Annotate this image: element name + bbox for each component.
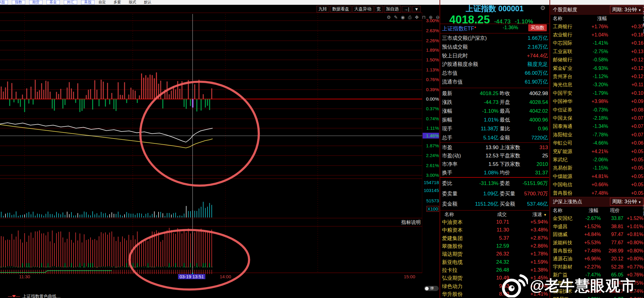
intraday-chart[interactable] bbox=[0, 0, 422, 298]
period-select[interactable]: 周期: 3分钟 ▼ bbox=[610, 6, 643, 14]
info-label: 较上日此时 bbox=[442, 52, 468, 60]
col-price[interactable]: 成交 bbox=[497, 211, 507, 218]
table-row[interactable]: 中国电信 +0.66% +0.05 bbox=[550, 180, 644, 189]
table-row[interactable]: 邮储银行 -0.58% +0.12 bbox=[550, 56, 644, 64]
deal-table-header: 名称 成交 涨速 ▼ bbox=[440, 211, 549, 219]
stock-name[interactable]: 中国太保 bbox=[553, 115, 572, 121]
stock-name[interactable]: 固德威 bbox=[553, 231, 567, 238]
stock-name[interactable]: 紫金矿业 bbox=[553, 65, 572, 71]
watermark-text: @老牛慧眼观市 bbox=[530, 276, 636, 296]
table-row[interactable]: 国泰海通 -1.34% +0.07 bbox=[550, 122, 644, 131]
table-row[interactable]: 普冉股份 +7.48% +0.05 bbox=[550, 189, 644, 197]
stock-name[interactable]: 中油资本 bbox=[442, 219, 463, 226]
stock-name[interactable]: 中国神华 bbox=[553, 98, 572, 105]
quote-row: 现手 11.38万 量比 0.96 bbox=[440, 124, 549, 133]
table-row[interactable]: 中油资本 10.71 +5.94% bbox=[440, 218, 549, 226]
table-row[interactable]: 中煤能源 +4.81% +0.05 bbox=[550, 172, 644, 180]
stock-name[interactable]: 华升股份 bbox=[442, 290, 463, 297]
info-label: 流通市值 bbox=[442, 78, 463, 87]
period-select[interactable]: 周期: 3分钟 ▼ bbox=[610, 198, 643, 206]
stock-name[interactable]: 兆易创新 bbox=[553, 165, 572, 171]
table-row[interactable]: 兆易创新 -1.15% +0.05 bbox=[550, 164, 644, 172]
stock-name[interactable]: 中国平安 bbox=[553, 90, 572, 96]
table-row[interactable]: 贵州茅台 -1.12% +0.12 bbox=[550, 72, 644, 80]
axis-label: 2.26% bbox=[423, 38, 439, 43]
stock-name[interactable]: 普冉股份 bbox=[553, 190, 572, 196]
stock-name[interactable]: 中信证券 bbox=[553, 107, 572, 113]
table-row[interactable]: 中粮资本 11.30 +3.48% bbox=[440, 226, 549, 234]
stock-name[interactable]: 工商银行 bbox=[553, 23, 572, 30]
stock-name[interactable]: 贵州茅台 bbox=[553, 74, 572, 80]
col-speed[interactable]: 涨速 ▼ bbox=[533, 211, 547, 218]
info-label: 预估成交额 bbox=[442, 43, 468, 52]
table-row[interactable]: 拉卡拉 26.48 +1.38% bbox=[440, 266, 549, 274]
table-row[interactable]: 紫金矿业 -6.93% +0.12 bbox=[550, 64, 644, 72]
stock-name[interactable]: 工业富联 bbox=[553, 48, 572, 55]
col-name[interactable]: 名称 bbox=[444, 211, 454, 218]
stock-name[interactable]: 国泰海通 bbox=[553, 123, 572, 130]
table-row[interactable]: 爱建集团 5.37 +2.87% bbox=[440, 234, 549, 242]
stock-name[interactable]: 金安国纪 bbox=[553, 215, 572, 222]
stock-name[interactable]: 华虹公司 bbox=[553, 140, 572, 146]
footnote-text: 上证指数黄色曲线… bbox=[22, 294, 61, 298]
stock-name[interactable]: 兖矿能源 bbox=[553, 148, 572, 155]
table-row[interactable]: 洛阳钼业 -7.78% +0.07 bbox=[550, 131, 644, 139]
sort-desc-icon: ▼ bbox=[643, 209, 644, 212]
stock-name[interactable]: 农业银行 bbox=[553, 32, 572, 38]
stock-name[interactable]: 华盛昌 bbox=[553, 223, 567, 230]
table-row[interactable]: 宇邦新材 +2.27% 52.28 +0.77% bbox=[550, 263, 644, 271]
sort-desc-icon[interactable]: ▼ bbox=[543, 213, 547, 217]
stock-name[interactable]: 通源石油 bbox=[553, 256, 572, 262]
stock-name[interactable]: 海光信息 bbox=[553, 82, 572, 88]
stock-name[interactable]: 中粮资本 bbox=[442, 227, 463, 234]
stock-name[interactable]: 中芯国际 bbox=[553, 40, 572, 46]
etf-row[interactable]: 上证指数ETF● -1.36% 买指数 bbox=[442, 25, 547, 32]
table-row[interactable]: 中国神华 +3.98% +0.09 bbox=[550, 98, 644, 106]
stock-name[interactable]: 中国电信 bbox=[553, 182, 572, 188]
table-row[interactable]: 翠微股份 12.59 +2.86% bbox=[440, 242, 549, 250]
stock-name[interactable]: 弘业期货 bbox=[442, 275, 463, 282]
table-row[interactable]: 派能科技 +5.53% 77.67 +0.80% bbox=[550, 239, 644, 247]
table-row[interactable]: 工商银行 +1.76% +0.37 bbox=[550, 22, 644, 31]
table-row[interactable]: 中国太保 -2.18% +0.07 bbox=[550, 114, 644, 122]
stock-name[interactable]: 拉卡拉 bbox=[442, 266, 457, 273]
table-row[interactable]: 农业银行 +1.04% +0.18 bbox=[550, 31, 644, 39]
quote-row: 最新 4018.25 昨收 4062.98 bbox=[440, 89, 549, 98]
stock-name[interactable]: 中煤能源 bbox=[553, 173, 572, 180]
table-row[interactable]: 固德威 +4.84% 97.47 +0.81% bbox=[550, 231, 644, 239]
table-row[interactable]: 华虹公司 -4.66% +0.06 bbox=[550, 139, 644, 147]
table-row[interactable]: 工业富联 -2.75% +0.13 bbox=[550, 47, 644, 56]
stock-name[interactable]: 普冉股份 bbox=[553, 248, 572, 254]
table-row[interactable]: 金安国纪 -2.67% 33.87 +1.52% bbox=[550, 214, 644, 223]
info-value: 66.00万亿 bbox=[525, 69, 548, 78]
table-row[interactable]: 瑞达期货 26.32 +1.78% bbox=[440, 250, 549, 258]
stock-name[interactable]: 翠微股份 bbox=[442, 243, 463, 250]
stock-name[interactable]: 绿色动力 bbox=[442, 283, 463, 289]
indicator-help-link[interactable]: 指标说明 bbox=[374, 219, 421, 226]
table-row[interactable]: 普冉股份 +7.48% 298.99 +0.80% bbox=[550, 247, 644, 255]
table-row[interactable]: 中信证券 -0.73% +0.08 bbox=[550, 106, 644, 114]
table-row[interactable]: 兖矿能源 +4.21% +0.05 bbox=[550, 147, 644, 156]
stock-name[interactable]: 寒武纪 bbox=[553, 156, 567, 163]
etf-link[interactable]: 上证指数ETF bbox=[442, 26, 474, 32]
stock-name[interactable]: 爱建集团 bbox=[442, 235, 463, 241]
stock-name[interactable]: 派能科技 bbox=[553, 240, 572, 246]
popup-toggle[interactable]: 弹 bbox=[424, 286, 439, 291]
index-quote-panel: 上证指数 000001 ⚙ 4018.25 -44.73 -1.10% 上证指数… bbox=[440, 0, 549, 298]
stock-name[interactable]: 瑞达期货 bbox=[442, 251, 463, 258]
table-row[interactable]: 海光信息 -3.20% +0.11 bbox=[550, 81, 644, 89]
crosshair-time-label: 03-19 13:51 bbox=[178, 274, 205, 279]
stock-name[interactable]: 新亚电缆 bbox=[442, 259, 463, 265]
table-row[interactable]: 通源石油 +6.96% 20.12 +0.80% bbox=[550, 255, 644, 263]
table-row[interactable]: 中国平安 -1.79% +0.10 bbox=[550, 89, 644, 97]
quote-row: 市盈(动) 12.53 平盘家数 25 bbox=[440, 152, 549, 160]
table-row[interactable]: 中芯国际 -1.41% +0.16 bbox=[550, 39, 644, 47]
buy-index-button[interactable]: 买指数 bbox=[528, 24, 547, 31]
table-row[interactable]: 寒武纪 -2.06% +0.05 bbox=[550, 156, 644, 164]
gear-icon[interactable]: ⚙ bbox=[540, 4, 546, 12]
stock-name[interactable]: 洛阳钼业 bbox=[553, 132, 572, 138]
stock-name[interactable]: 宇邦新材 bbox=[553, 264, 572, 270]
table-row[interactable]: 新亚电缆 24.32 +1.59% bbox=[440, 258, 549, 266]
table-row[interactable]: 华盛昌 +1.52% 38.81 +1.01% bbox=[550, 223, 644, 231]
stock-name[interactable]: 邮储银行 bbox=[553, 57, 572, 63]
